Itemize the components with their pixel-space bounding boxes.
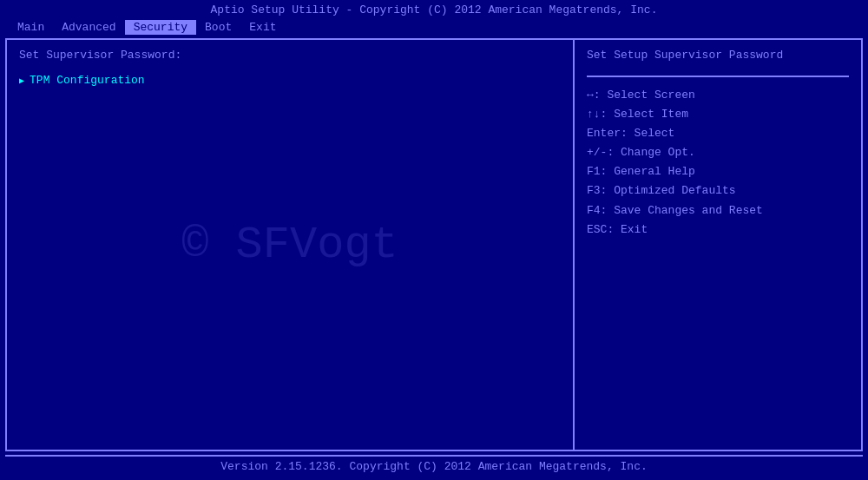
title-text: Aptio Setup Utility - Copyright (C) 2012… <box>211 3 658 16</box>
main-content: Set Supervisor Password: TPM Configurati… <box>5 38 863 451</box>
left-panel: Set Supervisor Password: TPM Configurati… <box>7 40 575 450</box>
app: Aptio Setup Utility - Copyright (C) 2012… <box>0 0 868 480</box>
footer: Version 2.15.1236. Copyright (C) 2012 Am… <box>5 455 863 477</box>
nav-tab-main[interactable]: Main <box>9 20 53 35</box>
key-line-1: ↑↓: Select Item <box>587 105 849 124</box>
nav-tab-exit[interactable]: Exit <box>240 20 285 35</box>
key-line-5: F3: Optimized Defaults <box>587 181 849 201</box>
key-line-7: ESC: Exit <box>587 220 849 240</box>
nav-tab-boot[interactable]: Boot <box>196 20 240 35</box>
right-description: Set Setup Supervisor Password <box>587 49 849 62</box>
key-help: ↔: Select Screen↑↓: Select ItemEnter: Se… <box>587 86 849 240</box>
nav-bar: MainAdvancedSecurityBootExit <box>0 18 868 35</box>
key-line-3: +/-: Change Opt. <box>587 143 849 162</box>
tpm-configuration-link[interactable]: TPM Configuration <box>19 74 561 87</box>
key-line-4: F1: General Help <box>587 162 849 181</box>
nav-tab-advanced[interactable]: Advanced <box>53 20 124 35</box>
supervisor-password-label: Set Supervisor Password: <box>19 49 561 62</box>
title-bar: Aptio Setup Utility - Copyright (C) 2012… <box>0 0 868 18</box>
key-line-6: F4: Save Changes and Reset <box>587 201 849 220</box>
right-panel: Set Setup Supervisor Password ↔: Select … <box>575 40 861 450</box>
tpm-configuration-text: TPM Configuration <box>30 74 145 87</box>
right-divider <box>587 76 849 77</box>
watermark: © SFVogt <box>181 220 398 271</box>
nav-tab-security[interactable]: Security <box>125 20 196 35</box>
footer-text: Version 2.15.1236. Copyright (C) 2012 Am… <box>220 460 647 473</box>
key-line-0: ↔: Select Screen <box>587 86 849 105</box>
key-line-2: Enter: Select <box>587 124 849 143</box>
